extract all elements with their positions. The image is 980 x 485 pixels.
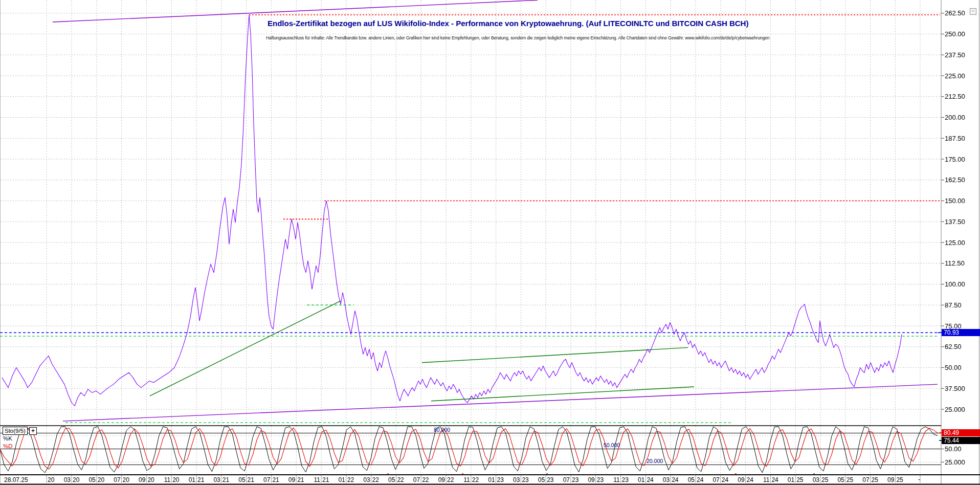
x-axis-month-label: 05 (381, 476, 395, 483)
y-axis-tick-label: 187.50 (945, 135, 965, 142)
x-axis-year-label: 21 (197, 476, 204, 483)
indicator-label[interactable]: Sto(9/5) (3, 427, 28, 435)
x-axis-year-label: 24 (771, 476, 778, 483)
y-axis-tick-label: 75.00 (945, 322, 962, 330)
x-axis-year-label: 22 (447, 476, 454, 483)
x-axis-year-label: 20 (123, 476, 129, 483)
x-axis-month-label: 07 (555, 476, 570, 483)
y-axis-tick-label: 37.500 (945, 385, 965, 392)
x-axis-year-label: 25 (821, 476, 828, 483)
x-axis-month-label: 05 (231, 476, 246, 483)
x-axis-month-label: 01 (630, 476, 644, 483)
x-axis-month-label: 03 (206, 476, 220, 483)
x-axis-month-label: 07 (705, 476, 720, 483)
sto-axis-tick-label: 50.00 (945, 445, 962, 453)
x-axis-year-label: 20 (98, 476, 104, 483)
border-layer (0, 0, 980, 484)
x-axis-month-label: 01 (780, 476, 794, 483)
x-axis-year-label: 24 (722, 476, 728, 483)
x-axis-year-label: 21 (248, 476, 254, 483)
x-axis-month-label: 05 (680, 476, 695, 483)
x-axis-year-label: 22 (347, 476, 354, 483)
x-axis-month-label: 07 (106, 476, 121, 483)
x-axis-month-label: 09 (431, 476, 445, 483)
y-axis-tick-label: 112.50 (945, 259, 965, 267)
sto-level-50-label: 50.000 (604, 442, 620, 448)
y-axis-tick-label: 262.50 (945, 9, 965, 17)
x-axis-year-label: 23 (622, 476, 629, 483)
x-axis-year-label: 24 (647, 476, 653, 483)
x-axis-month-label: 05 (530, 476, 545, 483)
current-price-badge: 70.93 (942, 329, 980, 336)
x-axis-month-label: 09 (880, 476, 894, 483)
x-axis-month-label: 11 (606, 476, 620, 483)
y-axis-tick-label: 225.00 (945, 72, 965, 80)
y-axis-tick-label: 137.50 (945, 218, 965, 226)
chart-title: Endlos-Zertifikat bezogen auf LUS Wikifo… (268, 19, 748, 28)
x-axis-month-label: 09 (730, 476, 745, 483)
x-axis-year-label: 21 (222, 476, 229, 483)
sto-d-value-badge: 80.49 (942, 429, 980, 436)
x-axis-month-label: 07 (855, 476, 870, 483)
x-axis-year-label: 23 (547, 476, 553, 483)
y-axis-tick-label: 200.00 (945, 114, 965, 121)
annotation-layer (0, 0, 941, 423)
x-axis-year-label: 24 (697, 476, 703, 483)
sto-level-80-label: 80.000 (434, 427, 450, 433)
sto-level-20-label: 20.000 (647, 458, 663, 464)
x-axis-month-label: 03 (655, 476, 670, 483)
x-axis-month-label: 11 (306, 476, 320, 483)
x-axis-year-label: 24 (672, 476, 678, 483)
x-axis-year-label: 22 (372, 476, 379, 483)
x-axis-year-label: 20 (147, 476, 154, 483)
x-axis-year-label: 22 (397, 476, 404, 483)
x-axis-month-label: 05 (81, 476, 96, 483)
sto-k-value-badge: 75.44 (942, 437, 980, 444)
y-axis-tick-label: 62.50 (945, 343, 962, 350)
collapse-chart-button[interactable]: − (970, 8, 976, 15)
x-axis-year-label: 24 (747, 476, 753, 483)
event-marker-icon: ▾ (387, 472, 389, 475)
sto-percent-k-line (0, 427, 938, 473)
x-axis-year-label: 25 (872, 476, 878, 483)
x-axis-year-label: 23 (522, 476, 528, 483)
chart-window: Endlos-Zertifikat bezogen auf LUS Wikifo… (0, 0, 980, 485)
y-axis-tick-label: 25.000 (945, 406, 965, 413)
percent-k-label: %K (3, 435, 12, 442)
x-axis-year-label: 20 (172, 476, 179, 483)
event-marker-icon: ▾ (735, 472, 737, 475)
x-axis-year-label: 21 (272, 476, 279, 483)
x-axis-month-label: 07 (406, 476, 420, 483)
x-axis-month-label: 07 (256, 476, 270, 483)
x-axis-month-label: 03 (356, 476, 370, 483)
x-axis-year-label: 23 (597, 476, 604, 483)
x-axis-month-label: 11 (755, 476, 769, 483)
chart-canvas[interactable] (0, 0, 980, 485)
price-line (2, 15, 902, 406)
x-axis-year-label: 25 (896, 476, 903, 483)
add-indicator-button[interactable]: + (29, 427, 37, 435)
x-axis-end-dash: - (918, 476, 920, 483)
x-axis-year-label: 22 (422, 476, 429, 483)
x-axis-year-label: 23 (497, 476, 504, 483)
sto-series-layer (0, 427, 938, 473)
y-axis-tick-label: 237.50 (945, 51, 965, 59)
y-axis-tick-label: 162.50 (945, 176, 965, 184)
percent-d-label: %D (3, 443, 13, 449)
disclaimer-text: Haftungsausschluss für Inhalte: Alle Tre… (266, 35, 769, 40)
sto-axis-tick-label: 25.000 (945, 458, 965, 466)
x-axis-month-label: 03 (505, 476, 520, 483)
uptrend-line-2020 (150, 301, 341, 396)
x-axis-month-label: 09 (581, 476, 595, 483)
x-axis-year-label: 25 (796, 476, 803, 483)
y-axis-tick-label: 250.00 (945, 30, 965, 38)
x-axis-month-label: 11 (156, 476, 170, 483)
x-axis-orphan-year: 20 (48, 476, 54, 483)
x-axis-month-label: 01 (481, 476, 495, 483)
x-axis-year-label: 21 (297, 476, 304, 483)
x-axis-month-label: 05 (830, 476, 844, 483)
x-axis-year-label: 25 (847, 476, 853, 483)
x-axis-month-label: 09 (131, 476, 145, 483)
y-axis-tick-label: 125.00 (945, 239, 965, 247)
y-axis-tick-label: 87.50 (945, 301, 962, 309)
